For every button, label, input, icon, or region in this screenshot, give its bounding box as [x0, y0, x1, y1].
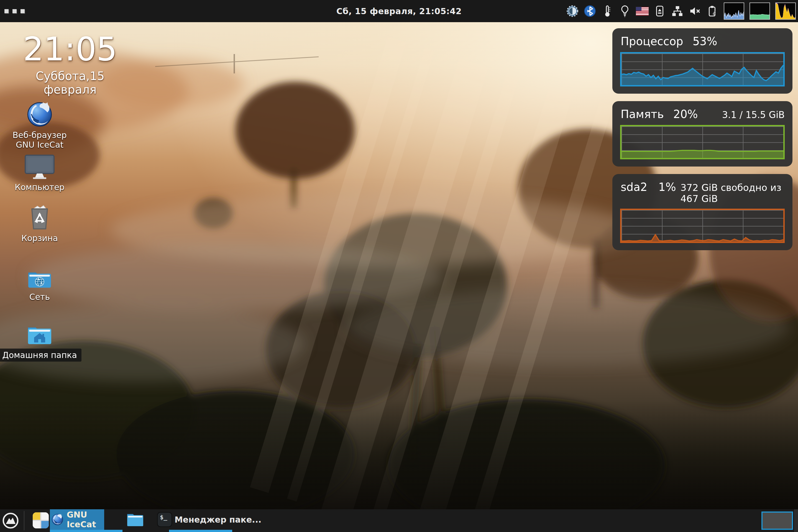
memory-widget-value: 20% [673, 108, 698, 120]
desktop-icon-icecat[interactable]: Веб-браузер GNU IceCat [8, 101, 72, 150]
task-file-manager[interactable] [121, 509, 149, 530]
task-active-underline [50, 530, 122, 532]
disk-widget-header: sda2 1% 372 GiB свободно из 467 GiB [620, 180, 785, 204]
brightness-icon[interactable] [566, 5, 579, 17]
desktop-icon-label: Веб-браузер GNU IceCat [13, 130, 67, 150]
desktop-icon-home[interactable]: Домашняя папка [8, 324, 72, 362]
cpu-widget: Процессор 53% [612, 28, 793, 94]
network-icon[interactable] [671, 5, 684, 17]
clock-date: Суббота,15 февраля [8, 69, 132, 96]
taskbar: GNU IceCat $_ Менеджер паке... [0, 509, 798, 532]
show-desktop-button[interactable] [794, 509, 798, 532]
task-label: GNU IceCat [67, 510, 104, 529]
desktop-clock-widget: 21:05 Суббота,15 февраля [8, 33, 132, 96]
memory-widget: Память 20% 3.1 / 15.5 GiB [612, 101, 793, 167]
disk-widget-detail: 372 GiB свободно из 467 GiB [681, 182, 785, 204]
desktop-icon-label: Корзина [21, 233, 58, 243]
icecat-browser-icon [52, 511, 63, 528]
lightbulb-icon[interactable] [619, 5, 631, 17]
system-tray [566, 0, 796, 22]
task-label: Менеджер паке... [174, 515, 262, 525]
battery-icon[interactable] [706, 5, 719, 17]
network-folder-icon [26, 268, 53, 289]
desktop-icon-trash[interactable]: Корзина [8, 205, 72, 243]
trash-icon [28, 205, 51, 230]
cpu-chart [620, 52, 785, 87]
folder-icon [126, 512, 144, 527]
top-panel: Сб, 15 февраля, 21:05:42 [0, 0, 798, 22]
desktop-icon-label-selected: Домашняя папка [0, 348, 81, 362]
computer-monitor-icon [23, 154, 56, 179]
memory-widget-header: Память 20% 3.1 / 15.5 GiB [620, 108, 785, 120]
network-mini-graph[interactable] [775, 2, 796, 20]
desktop-screen: Сб, 15 февраля, 21:05:42 [0, 0, 798, 532]
disk-widget: sda2 1% 372 GiB свободно из 467 GiB [612, 174, 793, 250]
memory-widget-detail: 3.1 / 15.5 GiB [722, 110, 785, 120]
memory-widget-title: Память [621, 108, 664, 120]
eject-device-icon[interactable] [653, 5, 666, 17]
memory-mini-graph[interactable] [749, 2, 770, 20]
workspace-switcher[interactable] [761, 512, 793, 530]
disk-widget-title: sda2 [621, 180, 647, 193]
volume-muted-icon[interactable] [688, 5, 701, 17]
task-underline [169, 530, 232, 532]
home-folder-icon [26, 324, 53, 346]
desktop-icon-network[interactable]: Сеть [8, 268, 72, 302]
bluetooth-icon[interactable] [584, 5, 596, 17]
memory-chart [620, 125, 785, 159]
task-gnu-icecat[interactable]: GNU IceCat [50, 509, 104, 530]
disk-widget-value: 1% [658, 180, 676, 193]
desktop-icon-label: Сеть [30, 292, 50, 302]
desktop-icon-computer[interactable]: Компьютер [8, 154, 72, 192]
applications-menu-button[interactable] [2, 512, 19, 530]
clock-time: 21:05 [8, 33, 132, 65]
cpu-widget-header: Процессор 53% [620, 35, 785, 48]
taskbar-separator [24, 511, 24, 530]
desktop-icon-label: Компьютер [15, 182, 64, 192]
system-monitor-widgets: Процессор 53% Память 20% 3.1 / 15.5 GiB … [612, 28, 793, 258]
launcher-grid-icon[interactable] [33, 512, 49, 528]
icecat-browser-icon [26, 101, 53, 128]
cpu-widget-title: Процессор [621, 35, 683, 48]
thermometer-icon[interactable] [601, 5, 614, 17]
cpu-mini-graph[interactable] [724, 2, 744, 20]
disk-chart [620, 209, 785, 243]
task-package-manager[interactable]: Менеджер паке... [167, 509, 234, 530]
cpu-widget-value: 53% [693, 35, 717, 48]
distro-mountain-icon [2, 512, 19, 530]
us-flag-keyboard-layout-icon[interactable] [636, 7, 649, 16]
